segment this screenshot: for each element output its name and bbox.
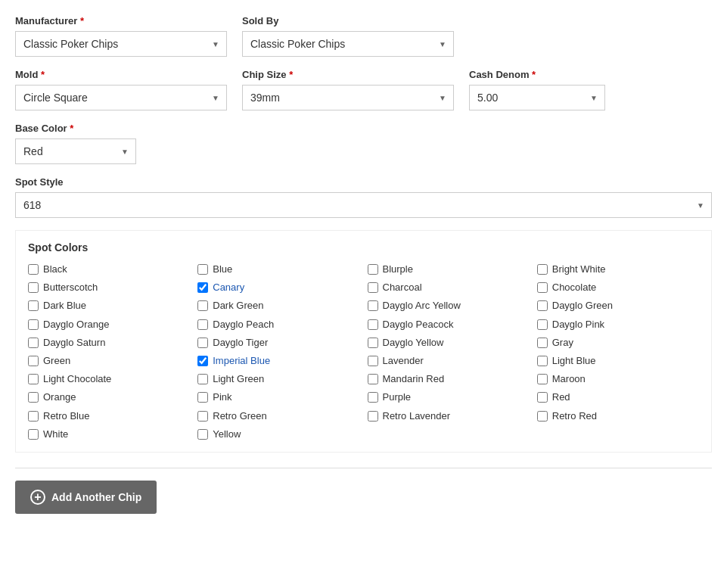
spot-color-label-pink[interactable]: Pink (213, 390, 231, 404)
spot-color-label-chocolate[interactable]: Chocolate (552, 281, 597, 294)
spot-color-label-light-chocolate[interactable]: Light Chocolate (43, 372, 111, 386)
spot-color-checkbox-yellow[interactable] (197, 429, 208, 440)
spot-color-checkbox-dayglo-yellow[interactable] (368, 338, 378, 348)
spot-color-label-orange[interactable]: Orange (43, 390, 76, 404)
spot-color-item: Retro Red (537, 409, 699, 423)
spot-color-label-light-green[interactable]: Light Green (213, 372, 264, 386)
spot-color-checkbox-orange[interactable] (28, 392, 39, 403)
cash-denom-select[interactable]: 5.00 (469, 85, 605, 110)
spot-color-checkbox-dayglo-peach[interactable] (197, 319, 208, 330)
spot-color-item: White (28, 428, 190, 441)
spot-color-label-mandarin-red[interactable]: Mandarin Red (383, 372, 445, 386)
spot-color-label-dayglo-peacock[interactable]: Dayglo Peacock (383, 318, 454, 331)
spot-color-label-red[interactable]: Red (552, 390, 570, 404)
base-color-group: Base Color * Red (15, 123, 136, 164)
sold-by-select[interactable]: Classic Poker Chips (242, 31, 454, 57)
spot-color-checkbox-retro-blue[interactable] (28, 411, 39, 422)
spot-color-checkbox-bright-white[interactable] (537, 264, 548, 275)
sold-by-label: Sold By (242, 15, 454, 26)
spot-color-label-green[interactable]: Green (43, 354, 70, 368)
spot-color-item: Red (537, 390, 699, 404)
spot-color-checkbox-dayglo-pink[interactable] (537, 319, 548, 330)
spot-color-label-dayglo-peach[interactable]: Dayglo Peach (213, 318, 274, 331)
spot-color-label-charcoal[interactable]: Charcoal (383, 281, 422, 294)
spot-color-checkbox-charcoal[interactable] (368, 282, 378, 293)
spot-color-item: Purple (368, 390, 530, 404)
spot-colors-title: Spot Colors (28, 241, 699, 254)
spot-color-label-yellow[interactable]: Yellow (213, 428, 241, 441)
spot-color-checkbox-pink[interactable] (197, 392, 208, 403)
spot-color-label-dayglo-arc-yellow[interactable]: Dayglo Arc Yellow (383, 299, 461, 313)
spot-color-label-light-blue[interactable]: Light Blue (552, 354, 596, 368)
spot-color-checkbox-maroon[interactable] (537, 374, 548, 384)
spot-color-label-purple[interactable]: Purple (383, 390, 412, 404)
chip-size-select[interactable]: 39mm (242, 85, 454, 110)
spot-color-label-black[interactable]: Black (43, 263, 67, 276)
spot-color-checkbox-lavender[interactable] (368, 356, 378, 366)
spot-color-label-dayglo-saturn[interactable]: Dayglo Saturn (43, 336, 105, 350)
base-color-label: Base Color * (15, 123, 136, 134)
manufacturer-select[interactable]: Classic Poker Chips (15, 31, 227, 57)
spot-color-checkbox-dayglo-tiger[interactable] (197, 338, 208, 348)
spot-color-item: Dayglo Tiger (197, 336, 359, 350)
spot-color-checkbox-blue[interactable] (197, 264, 208, 275)
spot-color-label-canary[interactable]: Canary (213, 281, 244, 294)
base-color-select[interactable]: Red (15, 138, 136, 164)
spot-color-checkbox-imperial-blue[interactable] (197, 356, 208, 366)
spot-color-checkbox-dayglo-green[interactable] (537, 300, 548, 311)
chip-size-select-wrapper: 39mm (242, 85, 454, 110)
spot-color-label-dayglo-tiger[interactable]: Dayglo Tiger (213, 336, 268, 350)
spot-color-label-blue[interactable]: Blue (213, 263, 232, 276)
spot-color-label-gray[interactable]: Gray (552, 336, 573, 350)
manufacturer-select-wrapper: Classic Poker Chips (15, 31, 227, 57)
mold-select[interactable]: Circle Square (15, 85, 227, 110)
spot-color-checkbox-purple[interactable] (368, 392, 378, 403)
spot-color-label-dark-blue[interactable]: Dark Blue (43, 299, 86, 313)
spot-color-checkbox-retro-green[interactable] (197, 411, 208, 422)
spot-color-checkbox-dayglo-arc-yellow[interactable] (368, 300, 378, 311)
spot-color-item: Pink (197, 390, 359, 404)
add-chip-button[interactable]: + Add Another Chip (15, 481, 157, 514)
spot-color-checkbox-blurple[interactable] (368, 264, 378, 275)
spot-color-label-blurple[interactable]: Blurple (383, 263, 413, 276)
spot-color-checkbox-mandarin-red[interactable] (368, 374, 378, 384)
spot-color-label-dayglo-green[interactable]: Dayglo Green (552, 299, 613, 313)
spot-color-checkbox-chocolate[interactable] (537, 282, 548, 293)
spot-color-checkbox-dayglo-saturn[interactable] (28, 338, 39, 348)
spot-color-checkbox-gray[interactable] (537, 338, 548, 348)
spot-color-checkbox-dark-green[interactable] (197, 300, 208, 311)
spot-color-checkbox-black[interactable] (28, 264, 39, 275)
mold-select-wrapper: Circle Square (15, 85, 227, 110)
spot-color-label-retro-blue[interactable]: Retro Blue (43, 409, 89, 423)
spot-style-select[interactable]: 618 (15, 192, 712, 218)
spot-color-checkbox-dayglo-orange[interactable] (28, 319, 39, 330)
spot-color-checkbox-dayglo-peacock[interactable] (368, 319, 378, 330)
spot-color-item: Light Chocolate (28, 372, 190, 386)
spot-color-label-maroon[interactable]: Maroon (552, 372, 586, 386)
spot-color-checkbox-red[interactable] (537, 392, 548, 403)
spot-color-checkbox-canary[interactable] (197, 282, 208, 293)
spot-color-checkbox-dark-blue[interactable] (28, 300, 39, 311)
spot-color-label-dayglo-orange[interactable]: Dayglo Orange (43, 318, 109, 331)
spot-color-label-white[interactable]: White (43, 428, 68, 441)
spot-color-label-retro-green[interactable]: Retro Green (213, 409, 267, 423)
spot-color-label-retro-lavender[interactable]: Retro Lavender (383, 409, 451, 423)
spot-color-label-bright-white[interactable]: Bright White (552, 263, 606, 276)
spot-color-label-lavender[interactable]: Lavender (383, 354, 424, 368)
spot-color-checkbox-green[interactable] (28, 356, 39, 366)
spot-color-checkbox-butterscotch[interactable] (28, 282, 39, 293)
spot-color-label-dark-green[interactable]: Dark Green (213, 299, 263, 313)
spot-color-checkbox-retro-lavender[interactable] (368, 411, 378, 422)
spot-color-label-butterscotch[interactable]: Butterscotch (43, 281, 98, 294)
spot-color-label-dayglo-pink[interactable]: Dayglo Pink (552, 318, 604, 331)
spot-color-checkbox-light-blue[interactable] (537, 356, 548, 366)
spot-color-checkbox-retro-red[interactable] (537, 411, 548, 422)
spot-colors-section: Spot Colors BlackBlueBlurpleBright White… (15, 230, 712, 453)
spot-style-select-wrapper: 618 (15, 192, 712, 218)
spot-color-checkbox-light-green[interactable] (197, 374, 208, 384)
spot-color-checkbox-light-chocolate[interactable] (28, 374, 39, 384)
spot-color-label-dayglo-yellow[interactable]: Dayglo Yellow (383, 336, 444, 350)
spot-color-label-imperial-blue[interactable]: Imperial Blue (213, 354, 270, 368)
spot-color-checkbox-white[interactable] (28, 429, 39, 440)
spot-color-label-retro-red[interactable]: Retro Red (552, 409, 597, 423)
